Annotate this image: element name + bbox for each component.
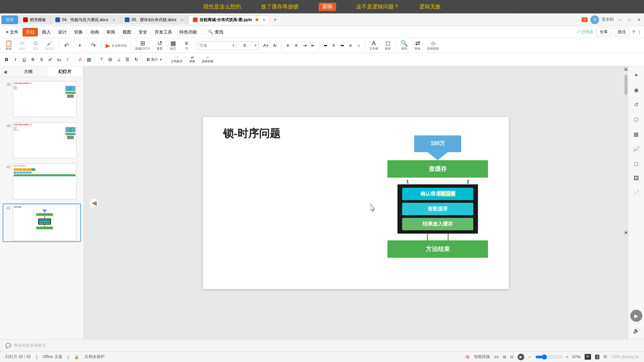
tab-file1-close[interactable]: ✕	[112, 18, 115, 22]
right-btn-play[interactable]: ▶	[630, 310, 642, 322]
new-slide-button[interactable]: ⊞ 新建幻灯片	[133, 40, 152, 52]
more-btn[interactable]: ⋮	[637, 30, 641, 35]
select-format-btn[interactable]: ⊹ 选择密格	[200, 55, 216, 64]
slide-item-39[interactable]: 39 高用发下缓存为何问题-绿色字 缓存存发现后...处理方式	[3, 80, 81, 118]
tab-file3-close[interactable]: ✕	[262, 18, 265, 22]
menu-file[interactable]: ≡ 文件	[3, 28, 22, 37]
right-btn-animation[interactable]: ◉	[630, 84, 642, 96]
scrollbar-track[interactable]	[625, 71, 627, 230]
scroll-down[interactable]: ▼	[624, 231, 628, 235]
align-center-btn[interactable]: ≡	[330, 42, 338, 49]
section-button[interactable]: ≡ 节	[180, 40, 193, 52]
review-btn[interactable]: 批注	[614, 28, 630, 36]
align-vcenter-btn[interactable]: ⊟	[106, 56, 114, 63]
tab-file2[interactable]: 05、缓存&分布式锁.docx ✕	[120, 15, 188, 24]
font-dropdown-icon[interactable]: ▼	[231, 44, 236, 47]
layout-button[interactable]: ▦ 版式	[167, 40, 179, 52]
menu-developer[interactable]: 开发工具	[151, 28, 175, 37]
overlay-search[interactable]: 索唤	[319, 3, 336, 11]
align-left-btn[interactable]: ⬅	[321, 42, 329, 49]
font-size-dropdown[interactable]: ▼	[253, 44, 258, 47]
paste-button[interactable]: 📋 粘贴	[3, 40, 15, 52]
slide-item-41[interactable]: 41 如何无下缓存崩溃？	[3, 162, 81, 201]
cut-button[interactable]: ✂ 剪切	[16, 40, 28, 52]
select-button[interactable]: ⊹ 选择密格	[425, 40, 441, 52]
undo-dropdown[interactable]: ▼	[74, 43, 86, 48]
strikethrough-btn[interactable]: S	[29, 56, 37, 63]
slide-item-42[interactable]: 42 锁-时序问题	[3, 203, 81, 242]
status-play-btn[interactable]: ▶	[518, 354, 524, 360]
shadow-btn[interactable]: S	[38, 56, 46, 63]
window-close[interactable]: ✕	[635, 17, 643, 22]
play-button[interactable]: ▶ 从当前开始	[104, 41, 129, 50]
prev-slide-btn[interactable]: ◀	[89, 198, 99, 207]
window-max[interactable]: □	[626, 17, 633, 22]
tab-file1[interactable]: 04、性能与压力测试.docx ✕	[51, 15, 120, 24]
col-btn[interactable]: ☰	[123, 56, 131, 63]
reset-button[interactable]: ↺ 重置	[154, 40, 166, 52]
help-btn[interactable]: ?	[632, 30, 635, 35]
redo-button[interactable]: ↷	[87, 42, 99, 49]
right-btn-rotate[interactable]: ↺	[630, 99, 642, 111]
tab-outline[interactable]: 大纲	[10, 66, 47, 77]
font-name-input[interactable]	[197, 43, 231, 48]
ime-en[interactable]: J	[595, 355, 600, 359]
copy-button[interactable]: ⧉ 复制	[30, 40, 42, 52]
zoom-out-btn[interactable]: ─	[528, 355, 531, 359]
font-size-decrease[interactable]: A-	[271, 42, 279, 49]
outdent-btn[interactable]: ⇤	[309, 42, 317, 49]
menu-review[interactable]: 审阅	[103, 28, 118, 37]
status-view-grid[interactable]: ⊞	[503, 355, 506, 359]
replace-btn2[interactable]: ⇄ 替换	[186, 55, 198, 64]
zoom-slider[interactable]	[535, 354, 562, 360]
menu-features[interactable]: 特色功能	[176, 28, 200, 37]
menu-design[interactable]: 设计	[55, 28, 70, 37]
menu-security[interactable]: 安全	[135, 28, 151, 37]
font-color-btn[interactable]: A	[76, 56, 84, 63]
right-btn-sound[interactable]: 🔊	[630, 324, 642, 337]
menu-find[interactable]: 🔍 查找	[205, 28, 227, 37]
menu-animation[interactable]: 动画	[87, 28, 102, 37]
align-right-btn[interactable]: ➡	[338, 42, 346, 49]
zoom-in-btn[interactable]: +	[566, 355, 569, 359]
right-btn-square[interactable]: ◻	[630, 158, 642, 170]
tab-template[interactable]: 稻壳模板	[19, 15, 50, 24]
font-size-increase[interactable]: A+	[261, 42, 271, 49]
italic-btn[interactable]: I	[11, 56, 19, 63]
tab-add-button[interactable]: +	[270, 15, 280, 24]
slide-item-40[interactable]: 40 高用发下缓存为何问题-红色字 缓存存发现后...处理：2小时	[3, 121, 81, 160]
font-size-input[interactable]	[236, 43, 253, 48]
fill-color-btn[interactable]: ▧	[85, 56, 93, 63]
char-spacing-btn[interactable]: ⁞	[64, 56, 72, 63]
shape-button[interactable]: ◻ 形状	[382, 40, 394, 52]
align-bottom-btn[interactable]: ⊥	[115, 56, 123, 63]
right-btn-chart[interactable]: 📈	[630, 143, 642, 155]
image-btn[interactable]: 🖼 图片 ▼	[145, 57, 164, 63]
underline-btn[interactable]: U	[20, 56, 28, 63]
text-box-button[interactable]: A 文本框	[367, 40, 380, 52]
format-button[interactable]: 🖌 格式式	[43, 40, 56, 52]
image-dropdown[interactable]: ▼	[159, 58, 162, 61]
dir-btn[interactable]: ↻	[132, 56, 140, 63]
indent-btn[interactable]: ⇥	[301, 42, 309, 49]
bullet-list-btn[interactable]: ≡	[284, 42, 292, 49]
number-list-btn[interactable]: ≡	[292, 42, 300, 49]
right-btn-doc[interactable]: 📄	[630, 187, 642, 199]
bold-btn[interactable]: B	[3, 56, 11, 63]
status-view-list[interactable]: ≡≡	[494, 355, 499, 359]
sync-btn[interactable]: ✓ 已同步	[577, 29, 593, 35]
right-btn-image[interactable]: 🖼	[630, 172, 642, 184]
ime-zh[interactable]: 中	[585, 354, 591, 360]
menu-insert[interactable]: 插入	[39, 28, 54, 37]
subscript-btn[interactable]: x₂	[55, 56, 63, 63]
undo-button[interactable]: ↶	[60, 42, 72, 49]
replace-button[interactable]: ⇄ 替换	[412, 40, 424, 52]
right-btn-grid[interactable]: ▦	[630, 128, 642, 140]
window-min[interactable]: ─	[616, 17, 624, 22]
menu-view[interactable]: 视图	[119, 28, 135, 37]
share-btn[interactable]: 分享	[596, 28, 611, 36]
tab-home[interactable]: 首页	[1, 15, 18, 24]
doc-helper-btn[interactable]: 📄 文档助手	[169, 55, 185, 64]
superscript-btn[interactable]: x²	[46, 56, 54, 63]
menu-start[interactable]: 开始	[22, 28, 38, 37]
